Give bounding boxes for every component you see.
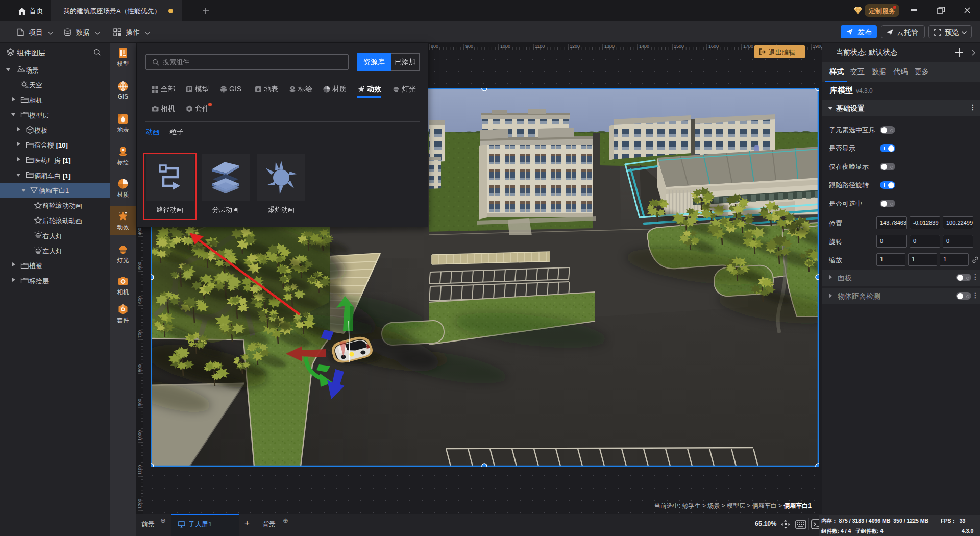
svg-text:1000: 1000 [500, 44, 510, 49]
svg-text:1100: 1100 [137, 465, 142, 475]
svg-text:700: 700 [137, 330, 142, 338]
svg-text:800: 800 [431, 44, 438, 49]
svg-text:1900: 1900 [813, 44, 822, 49]
svg-text:1600: 1600 [708, 44, 719, 49]
svg-text:900: 900 [465, 44, 473, 49]
svg-text:1000: 1000 [137, 430, 142, 441]
svg-text:800: 800 [137, 364, 142, 372]
svg-text:1300: 1300 [604, 44, 615, 49]
svg-text:1200: 1200 [570, 44, 580, 49]
svg-text:1400: 1400 [639, 44, 649, 49]
svg-text:500: 500 [137, 262, 142, 270]
svg-text:400: 400 [137, 228, 142, 235]
svg-text:1500: 1500 [674, 44, 684, 49]
svg-text:900: 900 [137, 399, 142, 406]
svg-text:600: 600 [137, 296, 142, 304]
svg-text:1700: 1700 [743, 44, 753, 49]
svg-text:1100: 1100 [535, 44, 545, 49]
